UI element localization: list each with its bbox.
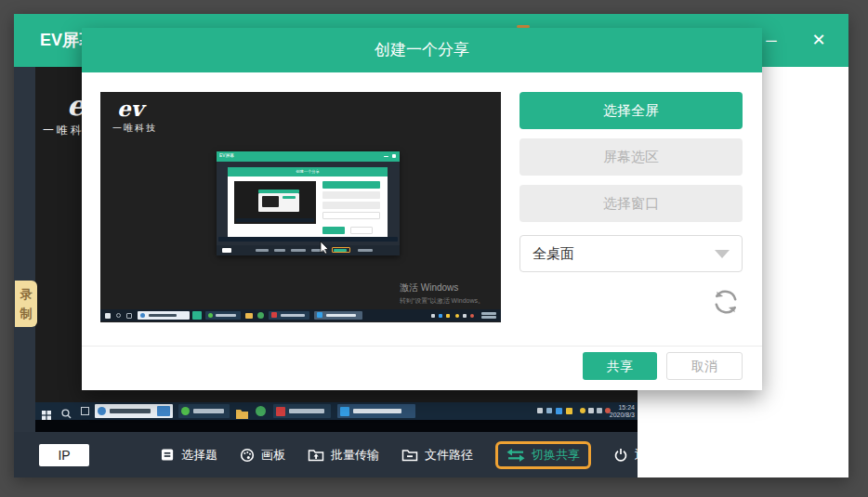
ip-button[interactable]: IP: [39, 444, 89, 466]
power-icon: [613, 448, 628, 463]
select-region-button[interactable]: 屏幕选区: [519, 138, 743, 176]
folder-path-icon: [401, 448, 418, 463]
palette-icon: [240, 448, 255, 463]
create-share-modal: 创建一个分享 ev 一唯科技 EV屏幕 创建一个分享: [82, 28, 762, 390]
tray-icon: [580, 408, 585, 413]
nested-preview: [234, 181, 316, 224]
tray-icon: [597, 408, 602, 413]
select-window-button[interactable]: 选择窗口: [519, 185, 743, 222]
tray-app-icon: [256, 406, 266, 416]
modal-footer-divider: [82, 346, 762, 347]
modal-title: 创建一个分享: [82, 28, 762, 72]
select-fullscreen-button[interactable]: 选择全屏: [519, 92, 743, 129]
task-button: [273, 404, 331, 418]
nested-toolbar: [217, 245, 400, 255]
nested-body: 创建一个分享: [217, 162, 400, 255]
share-button[interactable]: 共享: [583, 352, 657, 380]
preview-logo-company: 一唯科技: [112, 122, 157, 135]
nested-app-title: EV屏幕: [219, 153, 234, 159]
toolbar-item-switch-share[interactable]: 切换共享: [495, 441, 591, 469]
toolbar-item-exit-share[interactable]: 退出共享: [613, 447, 683, 464]
sidebar-strip: [14, 67, 35, 432]
share-preview-image: ev 一唯科技 EV屏幕 创建一个分享: [100, 92, 501, 322]
toolbar-item-label: 文件路径: [425, 447, 473, 464]
toolbar-item-quiz[interactable]: 选择题: [161, 447, 217, 464]
task-button-active: [337, 404, 415, 418]
refresh-icon[interactable]: [711, 287, 741, 320]
activate-windows-watermark: 激活 Windows 转到“设置”以激活 Windows。: [400, 281, 484, 306]
toolbar-item-label: 批量传输: [331, 447, 379, 464]
toolbar-items: 选择题 画板 批量传输 文件路径: [161, 432, 683, 477]
record-tab[interactable]: 录制: [15, 281, 37, 327]
chevron-down-icon: [715, 250, 730, 258]
toolbar-item-label: 画板: [261, 447, 285, 464]
desktop-taskbar: 15:24 2020/8/3: [35, 402, 638, 420]
toolbar-item-batch-transfer[interactable]: 批量传输: [308, 447, 379, 464]
screen-select-dropdown[interactable]: 全桌面: [519, 235, 743, 272]
folder-upload-icon: [308, 448, 324, 463]
tray-icon: [556, 408, 562, 414]
dropdown-value: 全桌面: [533, 236, 574, 271]
tray-icon: [566, 408, 572, 414]
toolbar-item-label: 选择题: [181, 447, 217, 464]
toolbar-item-file-path[interactable]: 文件路径: [401, 447, 473, 464]
taskview-icon: [81, 407, 89, 415]
toolbar-item-label: 退出共享: [635, 447, 683, 464]
nested-titlebar: EV屏幕: [217, 151, 400, 162]
switch-share-icon: [506, 449, 525, 462]
preview-taskbar: [100, 309, 501, 321]
preview-logo-mark: ev: [117, 96, 143, 121]
bottom-toolbar: IP 选择题 画板 批量传输: [14, 432, 638, 477]
tray-icon: [537, 408, 543, 413]
modal-header: 创建一个分享: [82, 28, 762, 72]
tray-icon: [546, 408, 552, 413]
tray-icon: [588, 408, 594, 413]
nested-modal-header: 创建一个分享: [228, 167, 388, 177]
toolbar-item-board[interactable]: 画板: [240, 447, 285, 464]
task-button: [95, 404, 173, 418]
close-button[interactable]: ✕: [797, 14, 840, 67]
cursor-icon: [320, 241, 330, 258]
cancel-button[interactable]: 取消: [666, 352, 743, 380]
taskbar-clock: 15:24 2020/8/3: [610, 404, 635, 419]
task-button: [178, 404, 230, 418]
toolbar-item-label: 切换共享: [532, 447, 580, 464]
nested-app-window: EV屏幕 创建一个分享: [217, 151, 400, 255]
nested-modal: 创建一个分享: [228, 167, 388, 238]
nested-taskbar: [218, 237, 398, 242]
desktop-bottom-black: [35, 420, 638, 432]
nested-modal-title: 创建一个分享: [252, 169, 363, 176]
quiz-icon: [161, 448, 175, 462]
